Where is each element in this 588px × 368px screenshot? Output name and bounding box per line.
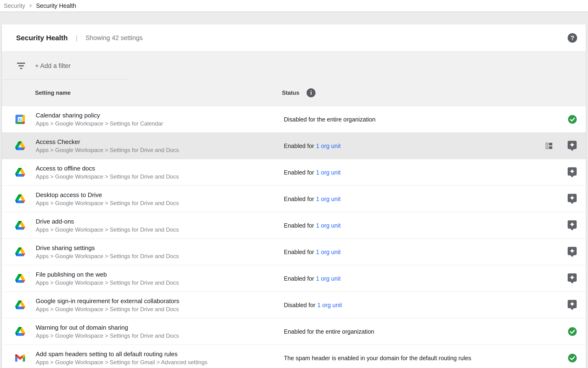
breadcrumb-current: Security Health [36, 2, 76, 9]
org-unit-link[interactable]: 1 org unit [316, 222, 341, 229]
org-unit-link[interactable]: 1 org unit [316, 195, 341, 202]
setting-title: Google sign-in requirement for external … [36, 297, 179, 305]
org-unit-link[interactable]: 1 org unit [316, 169, 341, 176]
status-cell: Enabled for 1 org unit [284, 248, 341, 255]
card-header: Security Health | Showing 42 settings ? [2, 24, 586, 52]
table-row[interactable]: Drive sharing settings Apps > Google Wor… [2, 239, 586, 265]
setting-cell: Calendar sharing policy Apps > Google Wo… [36, 111, 163, 127]
status-text: The spam header is enabled in your domai… [284, 355, 471, 361]
drive-icon [15, 141, 25, 151]
setting-path: Apps > Google Workspace > Settings for D… [36, 332, 179, 340]
setting-cell: Desktop access to Drive Apps > Google Wo… [36, 191, 179, 207]
setting-cell: Warning for out of domain sharing Apps >… [36, 323, 179, 340]
setting-title: Drive add-ons [36, 217, 179, 225]
table-row[interactable]: 31 Calendar sharing policy Apps > Google… [2, 106, 586, 133]
settings-list: 31 Calendar sharing policy Apps > Google… [2, 106, 586, 368]
status-cell: Disabled for the entire organization [284, 116, 376, 123]
setting-cell: File publishing on the web Apps > Google… [36, 270, 179, 286]
setting-title: Warning for out of domain sharing [36, 323, 179, 331]
setting-title: Calendar sharing policy [36, 111, 163, 119]
org-unit-link[interactable]: 1 org unit [316, 248, 341, 255]
setting-title: Drive sharing settings [36, 244, 179, 252]
setting-path: Apps > Google Workspace > Settings for D… [36, 173, 179, 180]
table-row[interactable]: Access to offline docs Apps > Google Wor… [2, 159, 586, 186]
status-cell: Enabled for 1 org unit [284, 142, 341, 149]
drive-icon [15, 273, 25, 284]
setting-title: Access Checker [36, 138, 179, 146]
status-text: Enabled for [284, 275, 314, 282]
column-header-status: Status [282, 90, 299, 96]
setting-path: Apps > Google Workspace > Settings for C… [36, 120, 163, 127]
setting-cell: Add spam headers setting to all default … [36, 350, 207, 366]
setting-path: Apps > Google Workspace > Settings for D… [36, 199, 179, 207]
setting-path: Apps > Google Workspace > Settings for D… [36, 226, 179, 233]
setting-title: File publishing on the web [36, 270, 179, 278]
add-filter-button[interactable]: + Add a filter [35, 62, 71, 69]
setting-title: Access to offline docs [36, 164, 179, 172]
status-cell: Enabled for 1 org unit [284, 169, 341, 176]
breadcrumb-parent[interactable]: Security [4, 2, 25, 9]
setting-cell: Google sign-in requirement for external … [36, 297, 179, 313]
column-header-setting-name: Setting name [35, 90, 71, 96]
title-separator: | [76, 34, 77, 42]
recommendation-badge-icon[interactable] [568, 141, 577, 149]
status-cell: Enabled for 1 org unit [284, 195, 341, 202]
drive-icon [15, 247, 25, 257]
org-unit-link[interactable]: 1 org unit [317, 302, 342, 308]
status-cell: Enabled for the entire organization [284, 328, 374, 335]
status-text: Disabled for [284, 302, 315, 308]
status-cell: Enabled for 1 org unit [284, 275, 341, 282]
recommendation-badge-icon[interactable] [568, 273, 577, 282]
info-icon[interactable]: i [307, 88, 316, 97]
calendar-icon: 31 [15, 114, 25, 125]
svg-text:31: 31 [18, 118, 22, 121]
setting-path: Apps > Google Workspace > Settings for D… [36, 252, 179, 260]
status-text: Enabled for the entire organization [284, 328, 374, 335]
setting-cell: Access Checker Apps > Google Workspace >… [36, 138, 179, 154]
recommendation-badge-icon[interactable] [568, 247, 577, 255]
breadcrumb: Security › Security Health [0, 0, 588, 12]
status-text: Enabled for [284, 248, 314, 255]
recommendation-badge-icon[interactable] [568, 167, 577, 175]
settings-count: Showing 42 settings [85, 34, 143, 42]
drive-icon [15, 326, 25, 337]
filter-bar: + Add a filter [2, 52, 586, 80]
setting-title: Desktop access to Drive [36, 191, 179, 199]
setting-path: Apps > Google Workspace > Settings for G… [36, 359, 207, 366]
check-circle-icon [568, 115, 577, 124]
setting-path: Apps > Google Workspace > Settings for D… [36, 305, 179, 313]
setting-cell: Access to offline docs Apps > Google Wor… [36, 164, 179, 180]
help-icon[interactable]: ? [568, 33, 577, 43]
table-row[interactable]: Warning for out of domain sharing Apps >… [2, 318, 586, 345]
table-row[interactable]: Add spam headers setting to all default … [2, 345, 586, 368]
setting-path: Apps > Google Workspace > Settings for D… [36, 146, 179, 154]
org-unit-link[interactable]: 1 org unit [316, 275, 341, 282]
drive-icon [15, 167, 25, 178]
recommendation-badge-icon[interactable] [568, 194, 577, 202]
table-row[interactable]: Desktop access to Drive Apps > Google Wo… [2, 186, 586, 212]
drive-icon [15, 194, 25, 204]
page-title: Security Health [16, 34, 68, 42]
status-cell: The spam header is enabled in your domai… [284, 355, 471, 361]
drive-icon [15, 220, 25, 231]
status-text: Enabled for [284, 195, 314, 202]
check-circle-icon [568, 327, 577, 336]
status-text: Enabled for [284, 142, 314, 149]
recommendation-badge-icon[interactable] [568, 220, 577, 229]
recommendation-badge-icon[interactable] [568, 300, 577, 308]
org-unit-link[interactable]: 1 org unit [316, 142, 341, 149]
setting-cell: Drive sharing settings Apps > Google Wor… [36, 244, 179, 260]
table-header: Setting name Status i [2, 80, 586, 106]
table-row[interactable]: Access Checker Apps > Google Workspace >… [2, 133, 586, 159]
chevron-right-icon: › [29, 2, 32, 9]
table-row[interactable]: File publishing on the web Apps > Google… [2, 265, 586, 292]
setting-path: Apps > Google Workspace > Settings for D… [36, 279, 179, 286]
status-text: Enabled for [284, 222, 314, 229]
table-row[interactable]: Drive add-ons Apps > Google Workspace > … [2, 212, 586, 239]
check-circle-icon [568, 353, 577, 363]
table-row[interactable]: Google sign-in requirement for external … [2, 292, 586, 318]
drive-icon [15, 300, 25, 310]
filter-icon [17, 63, 25, 69]
status-cell: Enabled for 1 org unit [284, 222, 341, 229]
status-text: Enabled for [284, 169, 314, 176]
